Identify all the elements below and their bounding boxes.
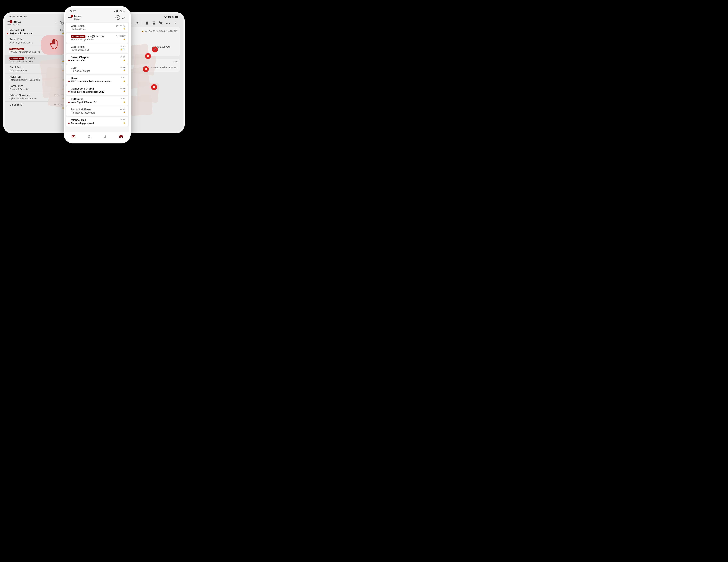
svg-rect-6 (120, 137, 121, 138)
forward-icon[interactable] (135, 21, 139, 25)
email-subject: Your invite to Gamescom 2023 (71, 91, 125, 93)
email-subject: Your emails, your rules (71, 38, 125, 41)
email-subject: Partnership proposal (71, 122, 125, 124)
unread-dot-icon (68, 102, 70, 103)
nav-mail[interactable] (71, 135, 75, 139)
email-sender: Michael Bell (9, 29, 25, 32)
team-badge: Tutanota Team (9, 57, 24, 60)
lock-icon: 🔒 (123, 69, 125, 71)
email-subject: FWD: Your submission was accepted. (71, 80, 125, 83)
block-icon: ✕ (143, 66, 149, 72)
email-sender: Nick Freh (9, 75, 21, 78)
inbox-icon: ▭ (145, 30, 147, 32)
block-icon: ✕ (152, 47, 158, 52)
svg-rect-5 (120, 136, 123, 138)
email-date: yesterday (116, 35, 125, 37)
email-item[interactable]: Richard McEwanRe: Need to rescheduleJun … (66, 106, 128, 116)
message-menu-icon[interactable]: ••• (173, 60, 177, 64)
more-icon[interactable]: ••• (166, 21, 170, 25)
lock-icon: 🔒 (123, 59, 125, 61)
bottom-nav (65, 132, 129, 142)
lock-icon: 🔒 📎 (120, 48, 125, 50)
message-menu-icon[interactable]: ••• (173, 29, 177, 32)
email-date: Jun 5 (120, 45, 125, 48)
unread-dot-icon (68, 91, 70, 92)
lock-icon: 🔒 (123, 38, 125, 40)
svg-point-4 (105, 135, 106, 137)
email-sender: Edward Snowden (9, 94, 30, 97)
email-subject: Your Flight: FRA to JFK (71, 101, 125, 104)
menu-button[interactable]: 1 (68, 16, 72, 19)
email-sender: Lufthansa (71, 98, 83, 100)
phone-email-list: Carol SmithPhishing Emailyesterday🔒Tutan… (65, 22, 129, 126)
lock-icon: 🔒 (62, 32, 64, 34)
email-date: Jun 4 (120, 108, 125, 110)
battery-icon (116, 10, 118, 12)
sort-button[interactable] (59, 20, 64, 25)
svg-rect-0 (117, 10, 118, 10)
nav-contacts[interactable] (103, 135, 107, 139)
email-item[interactable]: Jason ChaplenRe: Job OfferJun 5🔒 (66, 54, 128, 64)
unread-badge: 1 (10, 20, 12, 23)
email-item[interactable]: Gamescom GlobalYour invite to Gamescom 2… (66, 85, 128, 95)
email-subject: Phishing Email (71, 28, 125, 30)
email-date: yesterday (116, 24, 125, 27)
email-sender: Carol (71, 66, 77, 69)
menu-button[interactable]: 1 (8, 21, 11, 25)
email-date: Jun 5 (120, 56, 125, 58)
email-subject: Partnership proposal (9, 32, 64, 35)
email-item[interactable]: CarolRe: Annual budgetJun 4🔒 (66, 64, 128, 74)
lock-icon: 🔒 (123, 80, 125, 82)
email-sender: Carol Smith (71, 25, 85, 27)
email-subject: Re: Need to reschedule (71, 111, 125, 114)
svg-rect-1 (116, 10, 118, 12)
hand-icon (50, 38, 60, 51)
unread-dot-icon (68, 123, 70, 124)
delete-icon[interactable] (145, 21, 149, 25)
connection-status: Online (13, 23, 21, 26)
email-item[interactable]: LufthansaYour Flight: FRA to JFKJun 4🔒 (66, 96, 128, 106)
compose-icon[interactable] (174, 21, 177, 25)
nav-calendar[interactable] (119, 135, 123, 139)
phone-time: 08:07 (70, 10, 76, 13)
filter-button[interactable] (54, 20, 59, 25)
filter-button[interactable] (115, 15, 120, 20)
email-subject: Invitation: Kick-off (71, 49, 125, 51)
email-date: 3 Ju (60, 29, 64, 31)
unread-dot-icon (7, 33, 8, 34)
lock-icon: 🔒 (123, 27, 125, 30)
block-icon: ✕ (151, 84, 157, 90)
phone-status-bar: 08:07 100% (65, 8, 129, 13)
email-date: Jun 4 (120, 97, 125, 100)
email-item[interactable]: Michael BellPartnership proposalJun 4🔒 (66, 117, 128, 126)
connection-status: Online (74, 18, 82, 20)
email-sender: Steph Cohn (9, 38, 23, 41)
lock-icon: 🔒 (141, 30, 144, 32)
nav-search[interactable] (87, 135, 91, 139)
email-item[interactable]: Tutanota Teamhello@tutao.deYour emails, … (66, 33, 128, 43)
team-badge: Tutanota Team (9, 48, 24, 50)
unread-dot-icon (68, 81, 70, 82)
email-sender: Michael Bell (71, 119, 86, 121)
email-sender: Carol Smith (9, 103, 23, 106)
email-subject: Re: Annual budget (71, 70, 125, 72)
archive-icon[interactable] (152, 21, 156, 25)
email-date: Jun 4 (120, 118, 125, 121)
lock-icon: 🔒 (123, 90, 125, 92)
lock-icon: 🔒 (123, 122, 125, 124)
tablet-date: Fri 16. Jun (17, 15, 27, 18)
email-item[interactable]: Carol SmithPhishing Emailyesterday🔒 (66, 23, 128, 32)
email-item[interactable]: Michael BellPartnership proposal3 Ju🔒 (5, 27, 67, 36)
battery-icon (175, 16, 178, 18)
email-sender: hello@tu (25, 57, 35, 59)
email-item[interactable]: Carol SmithInvitation: Kick-offJun 5🔒 📎 (66, 43, 128, 53)
email-sender: Gamescom Global (71, 87, 94, 90)
lock-icon: 🔒 (123, 101, 125, 103)
message-2-date: Mon 13 Feb • 11:43 am (153, 66, 177, 69)
compose-button[interactable] (121, 15, 126, 20)
email-sender: Carol Smith (9, 66, 23, 69)
email-item[interactable]: BerndFWD: Your submission was accepted.J… (66, 75, 128, 85)
tablet-battery: 100 % (168, 16, 174, 18)
lock-icon: 🔒 (62, 60, 64, 62)
visibility-off-icon[interactable] (159, 21, 163, 25)
